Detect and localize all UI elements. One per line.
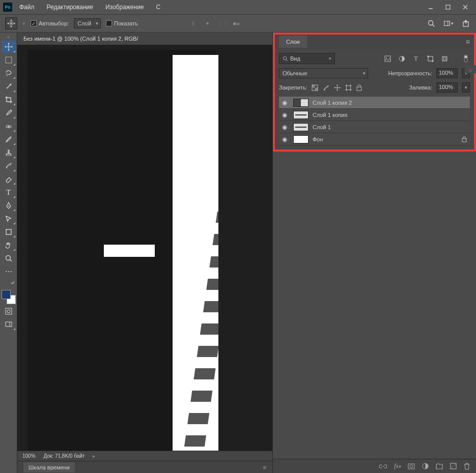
- lock-artboard-icon[interactable]: [345, 84, 353, 91]
- marquee-tool[interactable]: [2, 54, 16, 66]
- menu-file[interactable]: Файл: [14, 2, 40, 13]
- visibility-eye-icon[interactable]: ◉: [282, 136, 289, 143]
- fill-dropdown-icon[interactable]: ▾: [462, 82, 470, 93]
- fill-input[interactable]: 100%: [436, 82, 458, 93]
- layer-filter-dropdown[interactable]: Вид: [279, 53, 335, 64]
- lasso-tool[interactable]: [2, 67, 16, 79]
- align-icon-3[interactable]: ⋮⋮: [217, 20, 227, 27]
- window-close-button[interactable]: [458, 2, 473, 12]
- path-selection-tool[interactable]: [2, 213, 16, 225]
- align-icons-group: ⫴ ✦ ⋮⋮ ■◂: [189, 20, 241, 27]
- timeline-menu-icon[interactable]: ≡: [263, 464, 266, 470]
- svg-line-5: [433, 25, 435, 27]
- align-icon-2[interactable]: ✦: [203, 20, 212, 27]
- crop-tool[interactable]: [2, 94, 16, 106]
- filter-smart-icon[interactable]: [440, 54, 449, 63]
- svg-rect-37: [346, 85, 350, 90]
- layers-tab[interactable]: Слои: [279, 36, 307, 48]
- empty-panel-area: [273, 152, 476, 459]
- lock-transparency-icon[interactable]: [312, 84, 320, 91]
- edit-toolbar-icon[interactable]: ⋯: [2, 265, 16, 278]
- type-tool[interactable]: T: [2, 186, 16, 198]
- adjustment-layer-icon[interactable]: [422, 463, 429, 469]
- share-icon[interactable]: [461, 18, 471, 28]
- layer-name[interactable]: Слой 1 копия: [313, 112, 347, 118]
- document-tab[interactable]: Без имени-1 @ 100% (Слой 1 копия 2, RGB/: [17, 33, 272, 45]
- auto-select-checkbox[interactable]: Автовыбор:: [31, 20, 69, 26]
- canvas-area[interactable]: [17, 45, 272, 451]
- align-icon-1[interactable]: ⫴: [189, 20, 198, 27]
- filter-shape-icon[interactable]: [426, 54, 434, 63]
- current-tool-indicator[interactable]: [5, 17, 17, 29]
- visibility-eye-icon[interactable]: ◉: [282, 99, 289, 106]
- swap-colors-icon[interactable]: ⤾: [2, 279, 16, 286]
- lock-all-icon[interactable]: [356, 84, 365, 91]
- layer-thumbnail[interactable]: [293, 99, 309, 107]
- brush-tool[interactable]: [2, 133, 16, 145]
- magic-wand-tool[interactable]: [2, 80, 16, 93]
- lock-position-icon[interactable]: [334, 84, 342, 91]
- show-transform-checkbox[interactable]: Показать: [106, 20, 138, 26]
- canvas-region: Без имени-1 @ 100% (Слой 1 копия 2, RGB/…: [17, 33, 272, 473]
- svg-rect-6: [444, 21, 450, 26]
- link-layers-icon[interactable]: [379, 463, 387, 469]
- menu-image[interactable]: Изображение: [100, 2, 149, 13]
- layer-row[interactable]: ◉ Слой 1 копия: [279, 109, 470, 121]
- 3d-mode-icon[interactable]: ■◂: [232, 20, 241, 27]
- history-brush-tool[interactable]: [2, 160, 16, 172]
- workspace-icon[interactable]: ▾: [443, 18, 454, 28]
- search-icon[interactable]: [426, 18, 436, 28]
- layer-row[interactable]: ◉ Фон: [279, 133, 470, 145]
- move-tool[interactable]: [2, 41, 16, 53]
- svg-rect-1: [446, 5, 450, 9]
- shape-tool[interactable]: [2, 226, 16, 238]
- color-swatches[interactable]: [2, 290, 16, 304]
- menu-edit[interactable]: Редактирование: [42, 2, 98, 13]
- auto-select-label: Автовыбор:: [39, 20, 69, 26]
- pen-tool[interactable]: [2, 199, 16, 212]
- filter-type-icon[interactable]: T: [412, 54, 420, 63]
- blend-mode-dropdown[interactable]: Обычные: [279, 68, 368, 78]
- clone-stamp-tool[interactable]: [2, 146, 16, 159]
- layers-panel-menu-icon[interactable]: ≡: [466, 38, 470, 46]
- foreground-swatch[interactable]: [2, 290, 11, 299]
- visibility-eye-icon[interactable]: ◉: [282, 111, 289, 119]
- visibility-eye-icon[interactable]: ◉: [282, 124, 289, 131]
- zoom-tool[interactable]: [2, 252, 16, 264]
- filter-pixel-icon[interactable]: [383, 54, 391, 63]
- zoom-level[interactable]: 100%: [22, 453, 36, 459]
- filter-toggle-switch[interactable]: [462, 54, 470, 63]
- auto-select-target-dropdown[interactable]: Слой: [74, 18, 101, 28]
- delete-layer-icon[interactable]: [464, 463, 470, 470]
- window-minimize-button[interactable]: [423, 2, 438, 12]
- dock-strip: «: [465, 65, 476, 73]
- healing-brush-tool[interactable]: [2, 120, 16, 132]
- menu-cut[interactable]: С: [151, 2, 166, 13]
- svg-line-23: [286, 60, 288, 61]
- timeline-panel-tab[interactable]: Шкала времени ≡: [17, 461, 272, 473]
- layer-name[interactable]: Слой 1 копия 2: [313, 100, 352, 106]
- hand-tool[interactable]: [2, 239, 16, 251]
- layer-thumbnail[interactable]: [293, 111, 309, 119]
- fill-label: Заливка:: [409, 84, 432, 91]
- screen-mode-tool[interactable]: [2, 318, 16, 331]
- right-panel-column: Слои ≡ Вид T: [272, 33, 476, 473]
- layer-name[interactable]: Слой 1: [313, 124, 331, 130]
- eyedropper-tool[interactable]: [2, 107, 16, 119]
- opacity-input[interactable]: 100%: [436, 68, 458, 78]
- layer-thumbnail[interactable]: [293, 123, 309, 131]
- group-layers-icon[interactable]: [436, 463, 443, 469]
- quick-mask-tool[interactable]: [2, 305, 16, 317]
- window-maximize-button[interactable]: [440, 2, 456, 12]
- layer-name[interactable]: Фон: [313, 136, 323, 142]
- eraser-tool[interactable]: [2, 173, 16, 185]
- lock-image-icon[interactable]: [323, 84, 331, 91]
- new-layer-icon[interactable]: [450, 463, 457, 469]
- layer-mask-icon[interactable]: [408, 463, 415, 469]
- layer-row[interactable]: ◉ Слой 1 копия 2: [279, 97, 470, 109]
- collapse-toolstrip-icon[interactable]: »: [2, 35, 16, 40]
- filter-adjustment-icon[interactable]: [398, 54, 406, 63]
- layer-thumbnail[interactable]: [293, 135, 309, 143]
- layer-style-icon[interactable]: fx▾: [394, 462, 401, 470]
- layer-row[interactable]: ◉ Слой 1: [279, 121, 470, 133]
